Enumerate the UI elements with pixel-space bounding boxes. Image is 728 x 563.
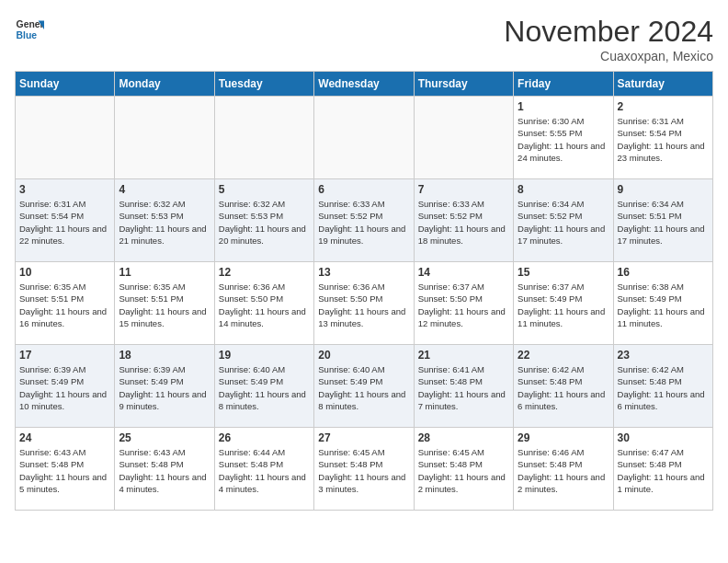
- day-number: 6: [318, 183, 409, 196]
- calendar-cell: 27Sunrise: 6:45 AM Sunset: 5:48 PM Dayli…: [314, 428, 414, 511]
- calendar-cell: 28Sunrise: 6:45 AM Sunset: 5:48 PM Dayli…: [414, 428, 513, 511]
- calendar-cell: 18Sunrise: 6:39 AM Sunset: 5:49 PM Dayli…: [115, 345, 214, 428]
- calendar-week-row: 10Sunrise: 6:35 AM Sunset: 5:51 PM Dayli…: [16, 262, 713, 345]
- weekday-header-tuesday: Tuesday: [214, 72, 313, 97]
- day-info: Sunrise: 6:42 AM Sunset: 5:48 PM Dayligh…: [618, 363, 709, 412]
- weekday-header-row: SundayMondayTuesdayWednesdayThursdayFrid…: [16, 72, 713, 97]
- calendar-cell: 9Sunrise: 6:34 AM Sunset: 5:51 PM Daylig…: [613, 179, 712, 262]
- calendar-cell: 22Sunrise: 6:42 AM Sunset: 5:48 PM Dayli…: [514, 345, 613, 428]
- calendar-cell: 11Sunrise: 6:35 AM Sunset: 5:51 PM Dayli…: [115, 262, 214, 345]
- calendar-cell: 25Sunrise: 6:43 AM Sunset: 5:48 PM Dayli…: [115, 428, 214, 511]
- month-title: November 2024: [504, 15, 713, 49]
- day-number: 3: [19, 183, 110, 196]
- calendar-cell: 29Sunrise: 6:46 AM Sunset: 5:48 PM Dayli…: [514, 428, 613, 511]
- day-info: Sunrise: 6:35 AM Sunset: 5:51 PM Dayligh…: [119, 281, 210, 329]
- day-number: 10: [19, 266, 110, 279]
- calendar-cell: 2Sunrise: 6:31 AM Sunset: 5:54 PM Daylig…: [613, 97, 712, 179]
- calendar-cell: 16Sunrise: 6:38 AM Sunset: 5:49 PM Dayli…: [613, 262, 712, 345]
- weekday-header-friday: Friday: [514, 72, 613, 97]
- weekday-header-thursday: Thursday: [414, 72, 513, 97]
- day-info: Sunrise: 6:36 AM Sunset: 5:50 PM Dayligh…: [318, 281, 409, 329]
- day-info: Sunrise: 6:33 AM Sunset: 5:52 PM Dayligh…: [318, 198, 409, 247]
- calendar-cell: [16, 97, 115, 179]
- calendar-cell: [414, 97, 513, 179]
- calendar-cell: 6Sunrise: 6:33 AM Sunset: 5:52 PM Daylig…: [314, 179, 414, 262]
- calendar-cell: 21Sunrise: 6:41 AM Sunset: 5:48 PM Dayli…: [414, 345, 513, 428]
- day-info: Sunrise: 6:42 AM Sunset: 5:48 PM Dayligh…: [518, 363, 609, 412]
- day-number: 19: [219, 349, 310, 362]
- day-number: 22: [518, 349, 609, 362]
- location: Cuaxoxpan, Mexico: [504, 49, 713, 63]
- day-number: 8: [518, 183, 609, 196]
- day-number: 15: [518, 266, 609, 279]
- calendar-cell: 19Sunrise: 6:40 AM Sunset: 5:49 PM Dayli…: [214, 345, 313, 428]
- day-info: Sunrise: 6:44 AM Sunset: 5:48 PM Dayligh…: [219, 446, 310, 495]
- day-info: Sunrise: 6:43 AM Sunset: 5:48 PM Dayligh…: [19, 446, 110, 495]
- day-number: 30: [618, 431, 709, 444]
- day-number: 9: [618, 183, 709, 196]
- day-info: Sunrise: 6:35 AM Sunset: 5:51 PM Dayligh…: [19, 281, 110, 329]
- day-info: Sunrise: 6:46 AM Sunset: 5:48 PM Dayligh…: [518, 446, 609, 495]
- logo: General Blue: [15, 15, 44, 44]
- day-info: Sunrise: 6:45 AM Sunset: 5:48 PM Dayligh…: [418, 446, 509, 495]
- day-number: 21: [418, 349, 509, 362]
- calendar-week-row: 24Sunrise: 6:43 AM Sunset: 5:48 PM Dayli…: [16, 428, 713, 511]
- calendar-cell: 14Sunrise: 6:37 AM Sunset: 5:50 PM Dayli…: [414, 262, 513, 345]
- calendar-cell: 4Sunrise: 6:32 AM Sunset: 5:53 PM Daylig…: [115, 179, 214, 262]
- title-block: November 2024 Cuaxoxpan, Mexico: [504, 15, 713, 63]
- day-number: 27: [318, 431, 409, 444]
- day-number: 16: [618, 266, 709, 279]
- day-number: 11: [119, 266, 210, 279]
- day-info: Sunrise: 6:45 AM Sunset: 5:48 PM Dayligh…: [318, 446, 409, 495]
- day-number: 20: [318, 349, 409, 362]
- day-number: 2: [618, 100, 709, 113]
- calendar-cell: 10Sunrise: 6:35 AM Sunset: 5:51 PM Dayli…: [16, 262, 115, 345]
- day-number: 7: [418, 183, 509, 196]
- day-info: Sunrise: 6:39 AM Sunset: 5:49 PM Dayligh…: [19, 363, 110, 412]
- day-info: Sunrise: 6:32 AM Sunset: 5:53 PM Dayligh…: [219, 198, 310, 247]
- day-info: Sunrise: 6:41 AM Sunset: 5:48 PM Dayligh…: [418, 363, 509, 412]
- calendar-cell: 8Sunrise: 6:34 AM Sunset: 5:52 PM Daylig…: [514, 179, 613, 262]
- calendar-cell: [314, 97, 414, 179]
- calendar-cell: 17Sunrise: 6:39 AM Sunset: 5:49 PM Dayli…: [16, 345, 115, 428]
- calendar-cell: [115, 97, 214, 179]
- day-info: Sunrise: 6:47 AM Sunset: 5:48 PM Dayligh…: [618, 446, 709, 495]
- day-info: Sunrise: 6:33 AM Sunset: 5:52 PM Dayligh…: [418, 198, 509, 247]
- calendar-cell: 20Sunrise: 6:40 AM Sunset: 5:49 PM Dayli…: [314, 345, 414, 428]
- day-number: 17: [19, 349, 110, 362]
- day-info: Sunrise: 6:32 AM Sunset: 5:53 PM Dayligh…: [119, 198, 210, 247]
- day-info: Sunrise: 6:36 AM Sunset: 5:50 PM Dayligh…: [219, 281, 310, 329]
- day-info: Sunrise: 6:30 AM Sunset: 5:55 PM Dayligh…: [518, 115, 609, 164]
- calendar-week-row: 17Sunrise: 6:39 AM Sunset: 5:49 PM Dayli…: [16, 345, 713, 428]
- day-number: 29: [518, 431, 609, 444]
- day-info: Sunrise: 6:34 AM Sunset: 5:52 PM Dayligh…: [518, 198, 609, 247]
- calendar-cell: 23Sunrise: 6:42 AM Sunset: 5:48 PM Dayli…: [613, 345, 712, 428]
- day-number: 4: [119, 183, 210, 196]
- weekday-header-saturday: Saturday: [613, 72, 712, 97]
- calendar-cell: 3Sunrise: 6:31 AM Sunset: 5:54 PM Daylig…: [16, 179, 115, 262]
- day-number: 23: [618, 349, 709, 362]
- calendar-cell: 13Sunrise: 6:36 AM Sunset: 5:50 PM Dayli…: [314, 262, 414, 345]
- logo-icon: General Blue: [15, 15, 44, 44]
- day-number: 24: [19, 431, 110, 444]
- calendar-cell: [214, 97, 313, 179]
- calendar-cell: 1Sunrise: 6:30 AM Sunset: 5:55 PM Daylig…: [514, 97, 613, 179]
- day-info: Sunrise: 6:43 AM Sunset: 5:48 PM Dayligh…: [119, 446, 210, 495]
- weekday-header-wednesday: Wednesday: [314, 72, 414, 97]
- day-number: 14: [418, 266, 509, 279]
- svg-text:Blue: Blue: [17, 30, 38, 40]
- calendar-table: SundayMondayTuesdayWednesdayThursdayFrid…: [15, 71, 713, 511]
- day-number: 18: [119, 349, 210, 362]
- weekday-header-monday: Monday: [115, 72, 214, 97]
- calendar-cell: 24Sunrise: 6:43 AM Sunset: 5:48 PM Dayli…: [16, 428, 115, 511]
- calendar-cell: 12Sunrise: 6:36 AM Sunset: 5:50 PM Dayli…: [214, 262, 313, 345]
- day-info: Sunrise: 6:40 AM Sunset: 5:49 PM Dayligh…: [318, 363, 409, 412]
- day-number: 13: [318, 266, 409, 279]
- calendar-cell: 15Sunrise: 6:37 AM Sunset: 5:49 PM Dayli…: [514, 262, 613, 345]
- calendar-week-row: 3Sunrise: 6:31 AM Sunset: 5:54 PM Daylig…: [16, 179, 713, 262]
- day-number: 28: [418, 431, 509, 444]
- day-info: Sunrise: 6:39 AM Sunset: 5:49 PM Dayligh…: [119, 363, 210, 412]
- day-info: Sunrise: 6:37 AM Sunset: 5:49 PM Dayligh…: [518, 281, 609, 329]
- day-number: 26: [219, 431, 310, 444]
- calendar-cell: 7Sunrise: 6:33 AM Sunset: 5:52 PM Daylig…: [414, 179, 513, 262]
